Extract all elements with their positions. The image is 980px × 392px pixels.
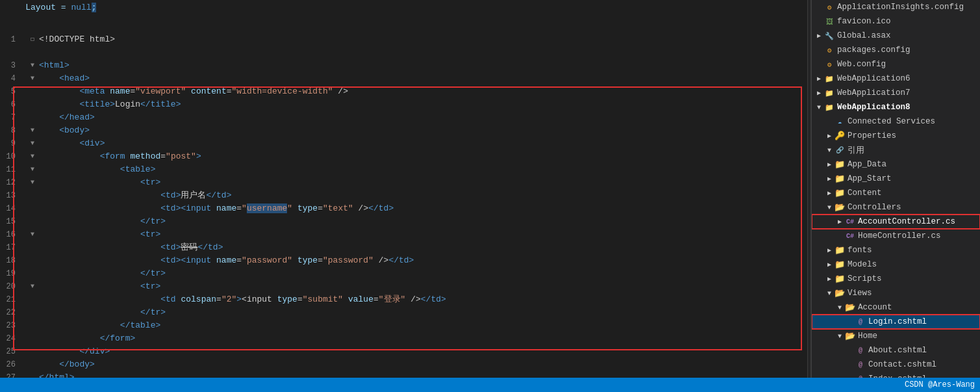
folder-icon: 📁 (834, 245, 846, 255)
code-line: 21 <td colspan="2"><input type="submit" … (0, 293, 807, 306)
arrow-icon: ▼ (825, 147, 834, 154)
fold-icon: ▼ (31, 228, 34, 241)
solution-explorer: ⚙ ApplicationInsights.config 🖼 favicon.i… (811, 0, 980, 392)
editor-area: Layout = null; 1 ◻ <!DOCTYPE html> 3 ▼ <… (0, 0, 807, 392)
sidebar-item-references[interactable]: ▼ 🔗 引用 (812, 143, 980, 157)
config-icon: ⚙ (823, 45, 835, 55)
fold-icon: ▼ (31, 280, 34, 293)
fold-icon: ◻ (31, 33, 34, 46)
arrow-icon: ▶ (825, 161, 834, 168)
connected-icon: ☁ (834, 116, 846, 127)
arrow-icon: ▶ (814, 32, 823, 40)
sidebar-item-connected-services[interactable]: ☁ Connected Services (812, 114, 980, 129)
arrow-icon: ▶ (835, 218, 844, 226)
sidebar-item-webapp7[interactable]: ▶ 📁 WebApplication7 (812, 86, 980, 100)
sidebar-item-webapp6[interactable]: ▶ 📁 WebApplication6 (812, 72, 980, 86)
status-bar-right: CSDN @Ares-Wang (905, 380, 975, 389)
code-container: 1 ◻ <!DOCTYPE html> 3 ▼ <html> 4 ▼ <head… (0, 15, 807, 389)
folder-icon: 📁 (834, 174, 846, 184)
folder-icon: 📁 (834, 159, 846, 170)
code-line: 14 <td><input name="username" type="text… (0, 202, 807, 215)
sidebar-item-app-insights-config[interactable]: ⚙ ApplicationInsights.config (812, 0, 980, 14)
arrow-icon: ▶ (814, 75, 823, 83)
fold-icon: ▼ (31, 137, 34, 150)
sidebar-item-views[interactable]: ▼ 📂 Views (812, 286, 980, 300)
code-line: 20 ▼ <tr> (0, 280, 807, 293)
sidebar-item-account-controller[interactable]: ▶ C# AccountController.cs (812, 215, 980, 229)
sidebar-item-controllers[interactable]: ▼ 📂 Controllers (812, 200, 980, 215)
code-line: 19 </tr> (0, 267, 807, 280)
fold-icon: ▼ (31, 59, 34, 72)
config-icon: ⚙ (823, 59, 835, 70)
arrow-icon: ▶ (825, 275, 834, 283)
folder-icon: 📁 (834, 259, 846, 270)
sidebar-item-scripts[interactable]: ▶ 📁 Scripts (812, 272, 980, 286)
code-line: 4 ▼ <head> (0, 72, 807, 85)
top-code-line: Layout = null; (0, 0, 807, 15)
sidebar-item-login-cshtml[interactable]: @ Login.cshtml (812, 315, 980, 329)
sidebar-item-web-config-top[interactable]: ⚙ Web.config (812, 57, 980, 72)
folder-icon: 📁 (834, 274, 846, 284)
sidebar-item-packages-config[interactable]: ⚙ packages.config (812, 43, 980, 57)
code-line: 16 ▼ <tr> (0, 228, 807, 241)
sidebar-item-models[interactable]: ▶ 📁 Models (812, 257, 980, 272)
cs-icon: C# (844, 231, 856, 241)
arrow-icon: ▼ (814, 104, 823, 111)
code-line: 1 ◻ <!DOCTYPE html> (0, 33, 807, 46)
code-line (0, 20, 807, 33)
arrow-icon: ▶ (814, 89, 823, 97)
sidebar-item-webapp8[interactable]: ▼ 📁 WebApplication8 (812, 100, 980, 114)
cs-icon: C# (844, 216, 856, 227)
folder-icon: 📁 (834, 188, 846, 198)
sidebar-item-global-asax[interactable]: ▶ 🔧 Global.asax (812, 29, 980, 43)
code-line (0, 46, 807, 59)
razor-icon: @ (855, 359, 866, 370)
sidebar-item-app-data[interactable]: ▶ 📁 App_Data (812, 157, 980, 172)
arrow-icon: ▼ (835, 304, 844, 311)
code-line: 9 ▼ <div> (0, 137, 807, 150)
csdn-label: CSDN @Ares-Wang (905, 380, 975, 389)
arrow-icon: ▶ (825, 132, 834, 140)
razor-icon: @ (855, 345, 866, 356)
status-bar: CSDN @Ares-Wang (0, 378, 980, 392)
sidebar-item-content[interactable]: ▶ 📁 Content (812, 186, 980, 200)
arrow-icon: ▶ (825, 175, 834, 183)
code-line: 24 </form> (0, 332, 807, 345)
proj-icon: 📁 (823, 102, 835, 112)
fold-icon: ▼ (31, 163, 34, 176)
arrow-icon: ▼ (825, 290, 834, 297)
sidebar-item-properties[interactable]: ▶ 🔑 Properties (812, 129, 980, 143)
code-line: 13 <td>用户名</td> (0, 189, 807, 202)
arrow-icon: ▼ (835, 333, 844, 340)
fold-icon: ▼ (31, 150, 34, 163)
config-icon: ⚙ (823, 2, 835, 12)
code-line: 6 <title>Login</title> (0, 98, 807, 111)
arrow-icon: ▶ (825, 246, 834, 254)
asax-icon: 🔧 (823, 31, 835, 41)
sidebar-item-contact-cshtml[interactable]: @ Contact.cshtml (812, 358, 980, 372)
code-line: 26 </body> (0, 358, 807, 371)
code-line: 7 </head> (0, 111, 807, 124)
arrow-icon: ▼ (825, 204, 834, 211)
code-line: 10 ▼ <form method="post"> (0, 150, 807, 163)
razor-icon: @ (855, 317, 866, 327)
code-line: 17 <td>密码</td> (0, 241, 807, 254)
code-line: 3 ▼ <html> (0, 59, 807, 72)
sidebar-item-fonts[interactable]: ▶ 📁 fonts (812, 243, 980, 257)
code-line: 11 ▼ <table> (0, 163, 807, 176)
sidebar-item-home-controller[interactable]: C# HomeController.cs (812, 229, 980, 243)
code-line: 5 <meta name="viewport" content="width=d… (0, 85, 807, 98)
code-line: 8 ▼ <body> (0, 124, 807, 137)
folder-open-icon: 📂 (844, 331, 856, 341)
sidebar-item-app-start[interactable]: ▶ 📁 App_Start (812, 172, 980, 186)
folder-icon: 🔑 (834, 131, 846, 141)
sidebar-item-account-folder[interactable]: ▼ 📂 Account (812, 300, 980, 315)
code-line: 23 </table> (0, 319, 807, 332)
fold-icon: ▼ (31, 124, 34, 137)
fold-icon: ▼ (31, 72, 34, 85)
sidebar-item-home-folder[interactable]: ▼ 📂 Home (812, 329, 980, 343)
sidebar-item-favicon-ico[interactable]: 🖼 favicon.ico (812, 14, 980, 29)
folder-open-icon: 📂 (844, 302, 856, 313)
code-line: 22 </tr> (0, 306, 807, 319)
sidebar-item-about-cshtml[interactable]: @ About.cshtml (812, 343, 980, 358)
